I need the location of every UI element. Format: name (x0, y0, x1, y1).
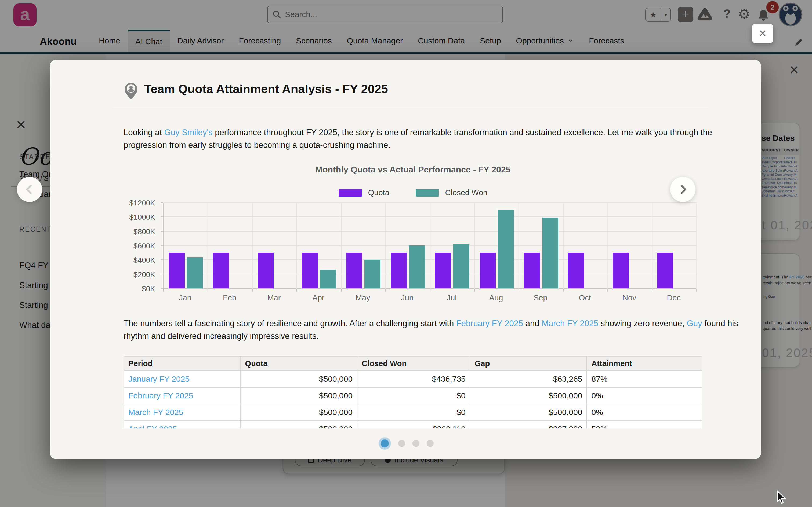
closed-won-bar-may (364, 260, 380, 288)
paragraph1-text: Looking at (123, 128, 164, 137)
carousel-next-button[interactable] (670, 177, 696, 202)
x-axis-label-apr: Apr (296, 293, 341, 302)
chart-tick (208, 289, 208, 292)
x-axis-label-may: May (341, 293, 385, 302)
table-row: March FY 2025$500,000$0$500,0000% (124, 404, 702, 421)
chart-tick (696, 289, 697, 292)
pager-dot-2[interactable] (398, 440, 405, 447)
chart-tick (430, 289, 430, 292)
closed-won-bar-jun (409, 245, 425, 288)
quota-analysis-modal: Team Quota Attainment Analysis - FY 2025… (50, 60, 761, 459)
carousel-prev-button[interactable] (17, 177, 42, 202)
closed-won-bar-aug (498, 210, 514, 288)
table-cell: $0 (357, 404, 470, 420)
paragraph2-link[interactable]: February FY 2025 (456, 319, 523, 328)
table-cell: $500,000 (470, 388, 587, 404)
chart-gridline-horizontal (163, 231, 697, 231)
pager-dot-1[interactable] (378, 437, 391, 450)
chart-tick (161, 260, 163, 260)
chart-tick (161, 245, 163, 246)
x-axis-label-mar: Mar (252, 293, 296, 302)
chart-tick (161, 288, 163, 289)
quota-bar-may (346, 253, 362, 288)
chart-tick (161, 274, 163, 274)
table-cell: $237,890 (470, 421, 587, 429)
chart-gridline-vertical (385, 203, 386, 289)
table-cell: $436,735 (357, 371, 470, 387)
table-cell: $63,265 (470, 371, 587, 387)
chart-tick (163, 289, 164, 292)
quota-bar-nov (613, 253, 629, 288)
modal-title-divider (112, 109, 708, 109)
chart-gridline-vertical (341, 203, 342, 289)
paragraph2-link[interactable]: Guy (687, 319, 702, 328)
y-axis-label: $200K (134, 270, 155, 279)
table-cell: $500,000 (241, 404, 358, 420)
chart-tick (341, 289, 342, 292)
period-link[interactable]: February FY 2025 (124, 388, 241, 404)
table-row: February FY 2025$500,000$0$500,0000% (124, 388, 702, 404)
y-axis-label: $0K (142, 285, 155, 293)
chart-gridline-vertical (563, 203, 564, 289)
pager-dot-4[interactable] (427, 440, 434, 447)
chart-tick (563, 289, 564, 292)
toast-close-button[interactable]: ✕ (752, 24, 773, 43)
quota-bar-dec (657, 253, 673, 288)
chart-gridline-vertical (696, 203, 697, 289)
chart-tick (385, 289, 386, 292)
attainment-table: PeriodQuotaClosed WonGapAttainmentJanuar… (123, 356, 702, 429)
chart-tick (161, 231, 163, 231)
table-cell: $500,000 (470, 404, 587, 420)
table-cell: 52% (587, 421, 702, 429)
table-cell: $0 (357, 388, 470, 404)
analysis-paragraph-2: The numbers tell a fascinating story of … (123, 317, 751, 342)
carousel-pager (378, 437, 434, 450)
chart-gridline-horizontal (163, 217, 697, 217)
table-cell: $500,000 (241, 421, 358, 429)
x-axis-label-nov: Nov (607, 293, 651, 302)
pager-dot-3[interactable] (412, 440, 419, 447)
table-cell: 0% (587, 404, 702, 420)
period-link[interactable]: March FY 2025 (124, 404, 241, 420)
chart-gridline-vertical (652, 203, 653, 289)
period-link[interactable]: April FY 2025 (124, 421, 241, 429)
paragraph2-link[interactable]: March FY 2025 (542, 319, 598, 328)
chart-tick (518, 289, 519, 292)
quota-bar-apr (302, 253, 318, 288)
chart-gridline-vertical (430, 203, 430, 289)
quota-bar-sep (524, 253, 540, 288)
chart-tick (161, 217, 163, 217)
y-axis-label: $600K (134, 242, 155, 250)
modal-title: Team Quota Attainment Analysis - FY 2025 (144, 82, 388, 96)
quota-bar-oct (568, 253, 584, 288)
quota-bar-jan (169, 253, 185, 288)
legend-label-closed-won: Closed Won (445, 188, 487, 197)
table-header-row: PeriodQuotaClosed WonGapAttainment (124, 356, 702, 371)
quota-bar-jun (391, 253, 407, 288)
bar-chart-plot-area (163, 203, 696, 289)
table-cell: 87% (587, 371, 702, 387)
x-axis-label-jun: Jun (385, 293, 429, 302)
paragraph1-link[interactable]: Guy Smiley's (164, 128, 213, 137)
quota-bar-mar (257, 253, 273, 288)
legend-label-quota: Quota (368, 188, 389, 197)
chart-gridline-horizontal (163, 245, 697, 246)
person-pin-icon (124, 82, 138, 99)
closed-won-bar-jul (453, 244, 469, 288)
column-header-attainment: Attainment (587, 356, 702, 371)
chart-tick (296, 289, 297, 292)
table-cell: $262,110 (357, 421, 470, 429)
chart-gridline-vertical (474, 203, 475, 289)
table-cell: $500,000 (241, 388, 358, 404)
table-cell: 0% (587, 388, 702, 404)
chart-gridline-vertical (518, 203, 519, 289)
table-cell: $500,000 (241, 371, 358, 387)
quota-bar-feb (213, 253, 229, 288)
legend-swatch-quota (339, 189, 362, 196)
y-axis-label: $1000K (129, 213, 155, 222)
paragraph2-text: showing zero revenue, (599, 319, 687, 328)
chart-gridline-vertical (252, 203, 253, 289)
period-link[interactable]: January FY 2025 (124, 371, 241, 387)
column-header-closed-won: Closed Won (357, 356, 470, 371)
table-row: April FY 2025$500,000$262,110$237,89052% (124, 421, 702, 429)
